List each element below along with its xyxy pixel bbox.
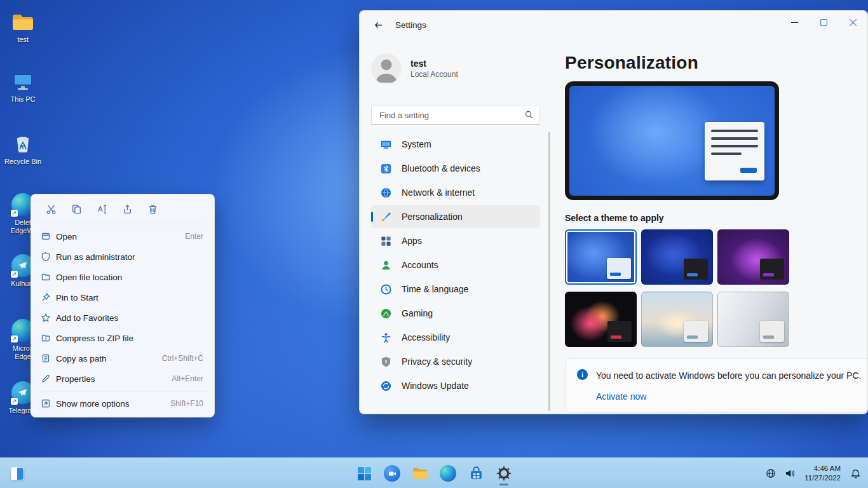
- mock-text-line: [711, 152, 742, 155]
- theme-thumbnail-2[interactable]: [641, 229, 713, 285]
- theme-mini-window: [684, 321, 708, 342]
- widgets-icon[interactable]: [6, 463, 28, 484]
- menu-separator: [39, 224, 206, 224]
- sidebar-item-time-language[interactable]: Time & language: [371, 278, 540, 301]
- menu-item-label: Show more options: [56, 399, 130, 409]
- desktop-icon-recycle-bin[interactable]: Recycle Bin: [0, 131, 46, 166]
- start-button[interactable]: [351, 461, 377, 486]
- sidebar-item-label: Windows Update: [402, 381, 469, 391]
- theme-mini-window: [607, 258, 631, 279]
- theme-thumbnail-1-selected[interactable]: [565, 229, 637, 285]
- folder-icon: [412, 465, 428, 482]
- cut-button[interactable]: [41, 200, 62, 219]
- sidebar-item-accessibility[interactable]: Accessibility: [371, 326, 540, 349]
- search-input[interactable]: [372, 111, 539, 120]
- menu-item-shortcut: Shift+F10: [170, 399, 203, 408]
- xbox-icon: [379, 307, 392, 320]
- menu-item-open-file-location[interactable]: Open file location: [34, 267, 211, 287]
- volume-icon[interactable]: [782, 465, 798, 482]
- edge-button[interactable]: [435, 461, 461, 486]
- theme-thumbnail-6[interactable]: [717, 292, 789, 347]
- page-title: Personalization: [565, 53, 851, 73]
- split-window-icon: [11, 467, 24, 480]
- globe-icon: [379, 186, 392, 199]
- context-menu: Open Enter Run as administrator Open fil…: [31, 194, 215, 417]
- share-button[interactable]: [117, 200, 138, 219]
- banner-text: You need to activate Windows before you …: [596, 369, 861, 383]
- sidebar-item-apps[interactable]: Apps: [371, 229, 540, 252]
- sidebar-item-label: Time & language: [402, 284, 468, 294]
- taskbar-center-icons: [351, 461, 517, 486]
- theme-grid: [565, 229, 851, 347]
- sidebar-item-personalization[interactable]: Personalization: [371, 205, 540, 228]
- file-explorer-button[interactable]: [407, 461, 433, 486]
- maximize-button[interactable]: [809, 11, 838, 34]
- copy-button[interactable]: [66, 200, 87, 219]
- menu-item-shortcut: Enter: [185, 232, 203, 241]
- menu-item-label: Properties: [56, 374, 95, 384]
- sidebar-item-network-internet[interactable]: Network & internet: [371, 181, 540, 204]
- menu-item-properties[interactable]: Properties Alt+Enter: [34, 369, 211, 389]
- sidebar-item-windows-update[interactable]: Windows Update: [371, 374, 540, 397]
- sidebar-item-gaming[interactable]: Gaming: [371, 302, 540, 325]
- shortcut-arrow-icon: ↗: [11, 398, 18, 405]
- search-icon: [524, 110, 534, 122]
- clock[interactable]: 4:46 AM 11/27/2022: [801, 464, 844, 483]
- settings-sidebar: test Local Account System Bluetooth & de…: [360, 39, 550, 414]
- theme-thumbnail-3[interactable]: [717, 229, 789, 285]
- more-options-icon: [41, 398, 56, 409]
- sidebar-item-label: Personalization: [402, 212, 463, 222]
- menu-item-compress-to-zip[interactable]: Compress to ZIP file: [34, 328, 211, 348]
- activate-now-link[interactable]: Activate now: [596, 391, 646, 402]
- title-bar: Settings: [360, 11, 867, 39]
- sidebar-item-accounts[interactable]: Accounts: [371, 254, 540, 276]
- microsoft-store-button[interactable]: [463, 461, 489, 486]
- menu-item-copy-as-path[interactable]: Copy as path Ctrl+Shift+C: [34, 348, 211, 369]
- rename-button[interactable]: [92, 200, 112, 219]
- delete-button[interactable]: [142, 200, 163, 219]
- windows-logo-icon: [356, 466, 372, 482]
- minimize-button[interactable]: [780, 11, 809, 34]
- user-account-row[interactable]: test Local Account: [371, 53, 540, 84]
- sidebar-item-label: Bluetooth & devices: [402, 163, 480, 173]
- sidebar-item-privacy-security[interactable]: Privacy & security: [371, 350, 540, 373]
- menu-item-add-to-favorites[interactable]: Add to Favorites: [34, 308, 211, 328]
- settings-button[interactable]: [491, 461, 517, 486]
- chat-button[interactable]: [379, 461, 405, 486]
- chat-camera-icon: [384, 465, 400, 482]
- taskbar: 4:46 AM 11/27/2022: [0, 458, 868, 488]
- menu-item-pin-to-start[interactable]: Pin to Start: [34, 287, 211, 308]
- star-icon: [41, 313, 56, 323]
- menu-item-show-more-options[interactable]: Show more options Shift+F10: [34, 393, 211, 414]
- gear-icon: [496, 465, 512, 482]
- system-tray: 4:46 AM 11/27/2022: [763, 458, 864, 488]
- edge-icon: [440, 465, 456, 482]
- sidebar-item-bluetooth-devices[interactable]: Bluetooth & devices: [371, 157, 540, 180]
- close-button[interactable]: [838, 11, 867, 34]
- date-label: 11/27/2022: [804, 473, 841, 483]
- sidebar-item-label: Network & internet: [402, 187, 475, 198]
- menu-item-open[interactable]: Open Enter: [34, 226, 211, 247]
- person-icon: [379, 259, 392, 271]
- time-label: 4:46 AM: [804, 464, 841, 473]
- menu-item-run-as-administrator[interactable]: Run as administrator: [34, 247, 211, 267]
- menu-item-shortcut: Alt+Enter: [172, 374, 203, 383]
- store-bag-icon: [468, 466, 484, 482]
- theme-thumbnail-5[interactable]: [641, 292, 713, 347]
- bluetooth-icon: [379, 162, 392, 175]
- sidebar-item-system[interactable]: System: [371, 133, 540, 156]
- back-button[interactable]: [367, 15, 389, 34]
- account-type: Local Account: [410, 70, 458, 79]
- notification-bell-icon[interactable]: [847, 465, 864, 482]
- desktop-icon-test-folder[interactable]: test: [0, 9, 46, 44]
- theme-thumbnail-4[interactable]: [565, 292, 637, 347]
- sidebar-item-label: Accessibility: [402, 332, 450, 342]
- desktop-icon-this-pc[interactable]: This PC: [0, 69, 46, 104]
- network-globe-icon[interactable]: [763, 465, 779, 482]
- folder-icon: [10, 9, 36, 34]
- mock-text-line: [711, 145, 758, 147]
- user-avatar: [371, 53, 402, 84]
- menu-item-label: Open file location: [56, 273, 122, 282]
- shortcut-arrow-icon: ↗: [11, 271, 18, 278]
- folder-icon: [41, 272, 56, 282]
